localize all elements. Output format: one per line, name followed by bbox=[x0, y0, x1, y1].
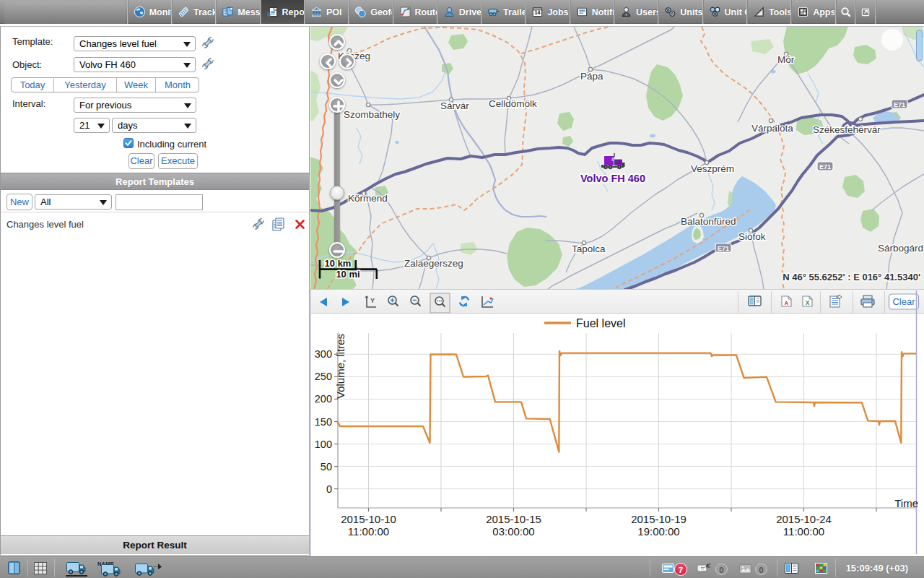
svg-text:200: 200 bbox=[315, 393, 332, 405]
svg-text:E71: E71 bbox=[894, 101, 905, 108]
svg-text:E71: E71 bbox=[718, 245, 729, 252]
svg-text:Siófok: Siófok bbox=[738, 231, 766, 242]
svg-text:Mór: Mór bbox=[777, 54, 795, 65]
svg-text:Celldömölk: Celldömölk bbox=[489, 98, 537, 109]
svg-text:E71: E71 bbox=[819, 163, 831, 171]
svg-text:A: A bbox=[785, 300, 789, 306]
svg-text:Székesfehérvár: Székesfehérvár bbox=[813, 124, 881, 135]
svg-text:2015-10-10: 2015-10-10 bbox=[341, 513, 396, 525]
svg-text:Pápa: Pápa bbox=[580, 71, 603, 82]
svg-text:150: 150 bbox=[315, 416, 332, 428]
svg-text:Sárbogárd: Sárbogárd bbox=[878, 243, 923, 254]
svg-text:Y: Y bbox=[370, 297, 375, 304]
svg-text:2015-10-19: 2015-10-19 bbox=[631, 513, 687, 525]
svg-text:11:00:00: 11:00:00 bbox=[348, 525, 389, 538]
svg-text:N 46° 55.6252' : E 016° 41.534: N 46° 55.6252' : E 016° 41.5340' bbox=[783, 272, 920, 282]
svg-text:19:00:00: 19:00:00 bbox=[637, 525, 679, 538]
svg-text:Körmend: Körmend bbox=[348, 193, 388, 204]
svg-text:03:00:00: 03:00:00 bbox=[492, 525, 534, 538]
svg-text:Várpalota: Várpalota bbox=[751, 123, 793, 134]
svg-text:Tapolca: Tapolca bbox=[572, 243, 606, 254]
svg-text:Time: Time bbox=[894, 497, 918, 509]
svg-text:2015-10-15: 2015-10-15 bbox=[486, 513, 541, 525]
svg-text:11:00:00: 11:00:00 bbox=[783, 525, 824, 538]
svg-text:Szombathely: Szombathely bbox=[344, 109, 400, 120]
svg-text:Volvo FH 460: Volvo FH 460 bbox=[580, 173, 645, 184]
svg-text:Volume, litres: Volume, litres bbox=[334, 334, 346, 399]
svg-text:Clear: Clear bbox=[892, 296, 915, 307]
svg-text:300: 300 bbox=[315, 348, 332, 360]
svg-text:250: 250 bbox=[315, 371, 332, 382]
svg-text:50: 50 bbox=[321, 461, 332, 473]
svg-text:10 km: 10 km bbox=[325, 258, 352, 269]
svg-text:Balatonfüred: Balatonfüred bbox=[681, 216, 736, 227]
svg-text:0: 0 bbox=[326, 483, 332, 495]
svg-text:Fuel level: Fuel level bbox=[576, 317, 625, 329]
svg-text:2015-10-24: 2015-10-24 bbox=[776, 513, 832, 525]
svg-text:10 mi: 10 mi bbox=[336, 269, 359, 280]
svg-text:Zalaegerszeg: Zalaegerszeg bbox=[404, 258, 463, 269]
svg-text:X: X bbox=[806, 299, 810, 306]
svg-text:Sárvár: Sárvár bbox=[440, 100, 469, 111]
svg-text:14: 14 bbox=[535, 10, 541, 16]
svg-text:Veszprém: Veszprém bbox=[691, 163, 734, 174]
svg-text:100: 100 bbox=[315, 439, 332, 450]
